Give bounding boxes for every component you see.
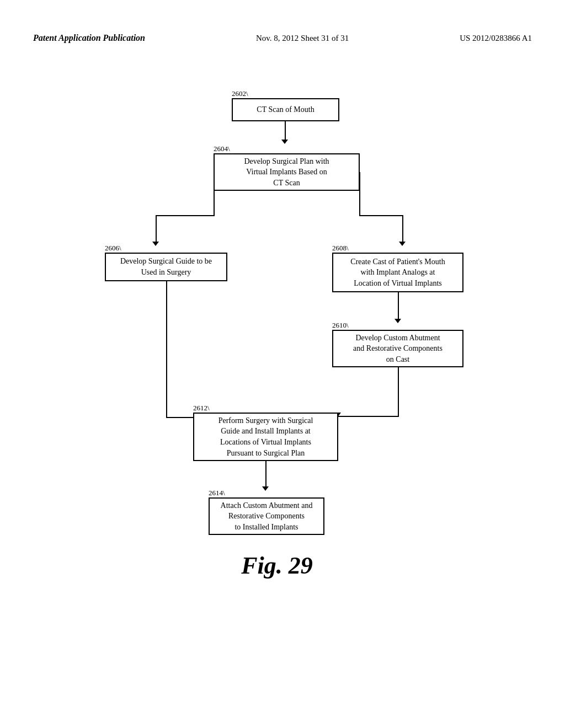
page-header: Patent Application Publication Nov. 8, 2… (0, 33, 565, 43)
arrow-2608-2610 (398, 292, 399, 320)
node-label-2602: 2602\ (232, 89, 248, 98)
arrowhead-2612-2614 (262, 486, 269, 491)
header-publication-type: Patent Application Publication (33, 33, 145, 43)
arrow-2610-2612-v (398, 367, 399, 417)
figure-caption: Fig. 29 (194, 552, 360, 580)
flowchart: 2602\ CT Scan of Mouth 2604\ Develop Sur… (95, 88, 470, 585)
arrow-2604-2608-v1 (359, 172, 360, 216)
arrow-2612-2614 (265, 461, 266, 488)
node-2604: Develop Surgical Plan withVirtual Implan… (214, 153, 360, 191)
arrow-2604-2608-h (359, 215, 403, 216)
header-date-sheet: Nov. 8, 2012 Sheet 31 of 31 (256, 34, 349, 43)
node-2602: CT Scan of Mouth (232, 98, 339, 121)
node-2606: Develop Surgical Guide to beUsed in Surg… (105, 253, 227, 281)
arrow-2604-2606-h (156, 215, 215, 216)
arrowhead-2608-2610 (395, 319, 401, 323)
node-label-2610: 2610\ (332, 321, 349, 330)
node-label-2606: 2606\ (105, 244, 121, 253)
node-2610: Develop Custom Abutmentand Restorative C… (332, 330, 463, 367)
node-label-2612: 2612\ (193, 404, 210, 413)
arrow-2606-2612-v (166, 281, 167, 418)
node-2612: Perform Surgery with SurgicalGuide and I… (193, 413, 338, 461)
arrow-2604-2606-v2 (156, 216, 157, 243)
arrowhead-2604-2608 (399, 242, 406, 246)
node-label-2608: 2608\ (332, 244, 349, 253)
arrowhead-2604-2606 (152, 242, 159, 246)
arrow-2604-2606-v1 (214, 172, 215, 216)
node-label-2604: 2604\ (214, 144, 230, 153)
arrow-2602-2604 (285, 121, 286, 141)
node-label-2614: 2614\ (209, 489, 225, 497)
node-2614: Attach Custom Abutment andRestorative Co… (209, 497, 324, 535)
header-patent-number: US 2012/0283866 A1 (460, 34, 532, 43)
arrowhead-2602-2604 (281, 140, 288, 144)
arrow-2610-2612-h (338, 416, 399, 417)
arrow-2604-2608-v2 (402, 216, 403, 243)
node-2608: Create Cast of Patient's Mouthwith Impla… (332, 253, 463, 292)
